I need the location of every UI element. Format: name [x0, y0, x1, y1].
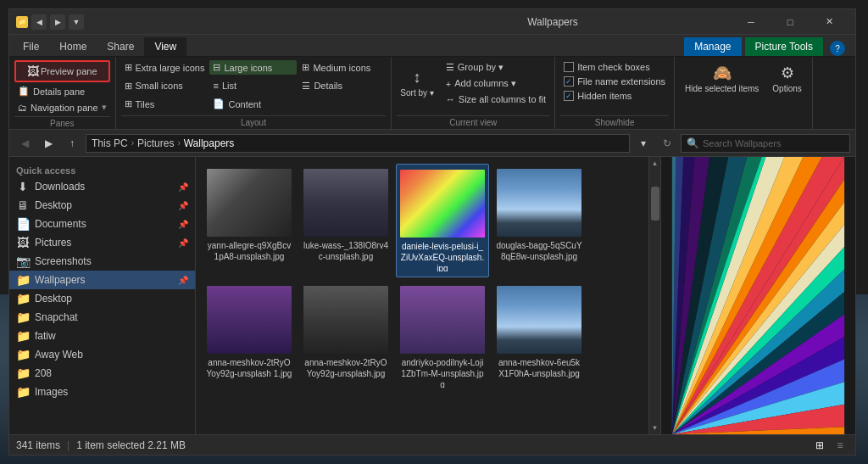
- tiles-button[interactable]: ⊞ Tiles: [121, 97, 209, 111]
- file-item-5[interactable]: anna-meshkov-2tRyOYoy92g-unsplash 1.jpg: [203, 281, 296, 393]
- medium-icons-button[interactable]: ⊞ Medium icons: [298, 60, 386, 75]
- sort-by-button[interactable]: ↕ Sort by ▾: [397, 65, 437, 101]
- tab-view[interactable]: View: [144, 37, 186, 56]
- up-button[interactable]: ↑: [62, 133, 82, 154]
- large-icons-button[interactable]: ⊟ Large icons: [209, 60, 297, 75]
- details-button[interactable]: ☰ Details: [298, 79, 386, 93]
- quick-access-back[interactable]: ◀: [31, 14, 47, 30]
- snapchat-icon: 📁: [16, 310, 30, 324]
- medium-icons-icon: ⊞: [302, 62, 309, 73]
- sidebar-item-pictures[interactable]: 🖼 Pictures 📌: [9, 233, 195, 252]
- hidden-items-toggle[interactable]: ✓ Hidden items: [560, 89, 635, 103]
- hide-selected-button[interactable]: 🙈 Hide selected items: [680, 60, 764, 97]
- documents-icon: 📄: [16, 217, 30, 231]
- pin-icon-pictures: 📌: [178, 238, 188, 248]
- status-bar: 341 items | 1 item selected 2.21 MB ⊞ ≡: [9, 434, 855, 455]
- tab-home[interactable]: Home: [49, 37, 97, 56]
- pin-icon-desktop: 📌: [178, 201, 188, 210]
- list-button[interactable]: ≡ List: [209, 79, 297, 92]
- large-view-toggle[interactable]: ⊞: [811, 437, 828, 454]
- content-button[interactable]: 📄 Content: [209, 97, 297, 111]
- sidebar-item-snapchat[interactable]: 📁 Snapchat: [9, 308, 195, 327]
- close-button[interactable]: ✕: [810, 9, 849, 35]
- tab-manage[interactable]: Manage: [684, 37, 741, 56]
- quick-access-header: Quick access: [9, 160, 195, 177]
- ribbon-options-section: 🙈 Hide selected items ⚙ Options x: [675, 57, 813, 129]
- window-title: Wallpapers: [374, 16, 732, 28]
- sort-icon: ↕: [414, 69, 421, 87]
- path-part-pc: This PC: [92, 137, 128, 149]
- tab-file[interactable]: File: [13, 37, 49, 56]
- vertical-scrollbar[interactable]: ▲ ▼: [648, 157, 660, 434]
- item-check-boxes-toggle[interactable]: Item check boxes: [560, 60, 654, 74]
- sidebar-item-fatiw[interactable]: 📁 fatiw: [9, 327, 195, 345]
- scroll-up-arrow[interactable]: ▲: [649, 157, 660, 170]
- file-thumb-6: [303, 286, 388, 354]
- add-columns-icon: +: [446, 79, 451, 89]
- sidebar-item-desktop[interactable]: 🖥 Desktop 📌: [9, 196, 195, 215]
- sidebar-item-208[interactable]: 📁 208: [9, 364, 195, 383]
- navigation-pane-icon: 🗂: [18, 103, 27, 113]
- scroll-thumb[interactable]: [651, 187, 659, 221]
- sidebar-item-documents[interactable]: 📄 Documents 📌: [9, 215, 195, 233]
- current-view-label: Current view: [397, 115, 549, 127]
- add-columns-button[interactable]: + Add columns ▾: [442, 76, 549, 91]
- file-item-3[interactable]: daniele-levis-pelusi-i_ZiUvXaxEQ-unsplas…: [396, 164, 489, 277]
- file-thumb-1: [207, 169, 292, 237]
- preview-pane-button[interactable]: 🖼 Preview pane: [14, 60, 110, 82]
- hidden-items-checkbox: ✓: [564, 91, 574, 101]
- list-icon: ≡: [213, 81, 218, 91]
- show-hide-label: Show/hide: [560, 115, 669, 127]
- dropdown-button[interactable]: ▾: [633, 133, 654, 154]
- sidebar-item-screenshots[interactable]: 📷 Screenshots: [9, 252, 195, 271]
- sidebar-item-desktop2[interactable]: 📁 Desktop: [9, 289, 195, 308]
- path-part-pictures: Pictures: [137, 137, 174, 149]
- tab-picture-tools[interactable]: Picture Tools: [745, 37, 823, 56]
- file-name-8: anna-meshkov-6eu5kX1F0hA-unsplash.jpg: [496, 357, 582, 379]
- file-item-4[interactable]: douglas-bagg-5qSCuY8qE8w-unsplash.jpg: [492, 164, 586, 277]
- search-placeholder: Search Wallpapers: [703, 138, 782, 148]
- small-icons-button[interactable]: ⊞ Small icons: [121, 79, 209, 93]
- file-thumb-8: [497, 286, 581, 354]
- options-icon: ⚙: [781, 64, 794, 82]
- group-by-button[interactable]: ☰ Group by ▾: [442, 60, 549, 75]
- options-button[interactable]: ⚙ Options: [767, 60, 806, 97]
- 208-icon: 📁: [16, 366, 30, 380]
- title-bar: 📁 ◀ ▶ ▼ Wallpapers ─ □ ✕: [9, 9, 855, 35]
- file-item-2[interactable]: luke-wass-_138IO8rv4c-unsplash.jpg: [299, 164, 392, 277]
- navigation-pane-button[interactable]: 🗂 Navigation pane ▾: [14, 100, 110, 115]
- file-name-3: daniele-levis-pelusi-i_ZiUvXaxEQ-unsplas…: [400, 241, 485, 271]
- forward-button[interactable]: ▶: [38, 133, 58, 154]
- search-box[interactable]: 🔍 Search Wallpapers: [681, 134, 850, 153]
- file-item-8[interactable]: anna-meshkov-6eu5kX1F0hA-unsplash.jpg: [492, 281, 586, 393]
- refresh-button[interactable]: ↻: [657, 133, 677, 154]
- file-item-6[interactable]: anna-meshkov-2tRyOYoy92g-unsplash.jpg: [299, 281, 392, 393]
- list-view-toggle[interactable]: ≡: [832, 437, 849, 454]
- sidebar-item-images[interactable]: 📁 Images: [9, 383, 195, 401]
- file-thumb-2: [303, 169, 388, 237]
- quick-access-forward[interactable]: ▶: [50, 14, 65, 30]
- maximize-button[interactable]: □: [771, 9, 810, 35]
- address-path[interactable]: This PC › Pictures › Wallpapers: [86, 134, 630, 153]
- minimize-button[interactable]: ─: [732, 9, 771, 35]
- extra-large-icons-button[interactable]: ⊞ Extra large icons: [121, 60, 209, 75]
- quick-access-down[interactable]: ▼: [69, 14, 84, 30]
- back-button[interactable]: ◀: [14, 133, 35, 154]
- sidebar-item-downloads[interactable]: ⬇ Downloads 📌: [9, 177, 195, 196]
- ribbon-show-hide-section: Item check boxes ✓ File name extensions …: [555, 57, 675, 129]
- title-bar-left: 📁 ◀ ▶ ▼: [16, 14, 374, 30]
- sidebar-item-away-web[interactable]: 📁 Away Web: [9, 345, 195, 364]
- size-columns-button[interactable]: ↔ Size all columns to fit: [442, 92, 549, 106]
- sidebar: Quick access ⬇ Downloads 📌 🖥 Desktop 📌 📄…: [9, 157, 196, 434]
- file-item-7[interactable]: andriyko-podilnyk-Loji1ZbTm-M-unsplash.j…: [396, 281, 489, 393]
- selected-info: 1 item selected 2.21 MB: [76, 439, 186, 451]
- file-name-extensions-toggle[interactable]: ✓ File name extensions: [560, 75, 669, 88]
- scroll-down-arrow[interactable]: ▼: [649, 422, 660, 434]
- file-item-1[interactable]: yann-allegre-q9XgBcv1pA8-unsplash.jpg: [203, 164, 296, 277]
- sidebar-item-wallpapers[interactable]: 📁 Wallpapers 📌: [9, 271, 195, 289]
- file-thumb-3: [400, 170, 485, 238]
- ribbon: 🖼 Preview pane 📋 Details pane 🗂 Navigati…: [9, 57, 855, 130]
- details-pane-button[interactable]: 📋 Details pane: [14, 84, 110, 98]
- away-web-icon: 📁: [16, 348, 30, 361]
- tab-share[interactable]: Share: [97, 37, 144, 56]
